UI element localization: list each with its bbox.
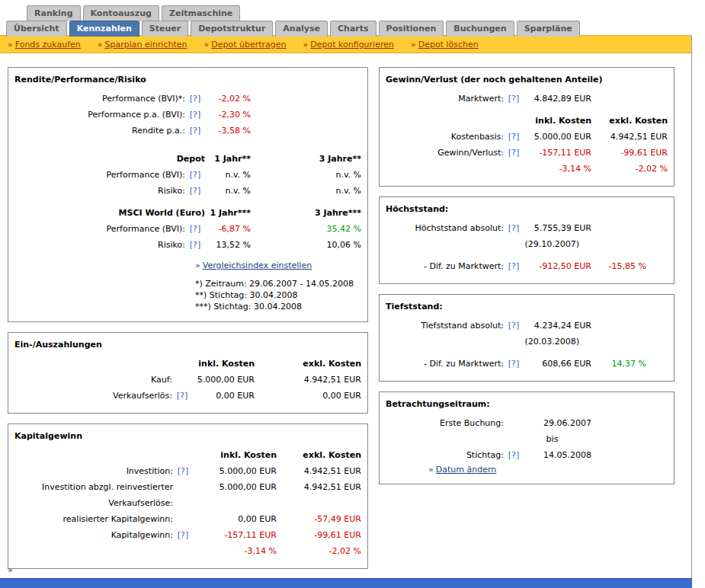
capital-row: Kapitalgewinn: [?] -157,11 EUR -99,61 EU… [14,527,361,543]
depot-table-header: Depot 1 Jahr** 3 Jahre** [14,151,361,167]
tab-zeitmaschine[interactable]: Zeitmaschine [162,5,240,21]
high-abs-row: Höchststand absolut: [?] 5.755,39 EUR [386,220,668,236]
low-dif-row: - Dif. zu Marktwert: [?] 608,66 EUR 14,3… [386,356,668,372]
link-sparplan-einrichten[interactable]: »Sparplan einrichten [98,40,187,50]
help-icon[interactable]: [?] [177,391,187,401]
period-box: Betrachtungseitraum: Erste Buchung: 29.0… [379,391,675,484]
perf-row: Rendite p.a.: [?] -3,58 % [14,123,361,139]
high-dif-row: - Dif. zu Marktwert: [?] -912,50 EUR -15… [386,258,668,274]
content-right-border [691,35,692,579]
gainloss-box: Gewinn/Verlust (der noch gehaltenen Ante… [379,67,675,187]
high-box: Höchststand: Höchststand absolut: [?] 5.… [379,197,675,284]
help-icon[interactable]: [?] [190,186,200,196]
stichtag-row: Stichtag: [?] 14.05.2008 [386,447,668,463]
help-icon[interactable]: [?] [508,132,519,142]
box-title: Ein-/Auszahlungen [14,340,361,350]
bis-row: bis [386,431,668,447]
help-icon[interactable]: [?] [508,261,519,271]
capital-box: Kapitalgewinn inkl. Kosten exkl. Kosten … [8,423,368,569]
tab-positionen[interactable]: Positionen [379,21,444,37]
help-icon[interactable]: [?] [508,359,519,369]
marktwert-row: Marktwert: [?] 4.842,89 EUR [386,91,668,107]
depot-table-row: Risiko: [?] n.v. % n.v. % [14,183,361,199]
help-icon[interactable]: [?] [508,223,519,233]
box-title: Gewinn/Verlust (der noch gehaltenen Ante… [386,75,668,85]
help-icon[interactable]: [?] [508,94,519,104]
right-column: Gewinn/Verlust (der noch gehaltenen Ante… [379,67,675,494]
help-icon[interactable]: [?] [508,148,519,158]
capital-row: Investition abzgl. reinvestierter Verkau… [14,479,361,511]
action-toolbar: »Fonds zukaufen »Sparplan einrichten »De… [0,35,692,53]
capital-row: Investition: [?] 5.000,00 EUR 4.942,51 E… [14,463,361,479]
link-vergleichsindex[interactable]: »Vergleichsindex einstellen [195,260,312,270]
low-abs-row: Tiefststand absolut: [?] 4.234,24 EUR [386,318,668,334]
box-title: Rendite/Performance/Risiko [14,75,361,85]
page: Ranking Kontoauszug Zeitmaschine Übersic… [0,0,705,588]
help-icon[interactable]: [?] [190,240,200,250]
footnote: *) Zeitraum: 29.06.2007 - 14.05.2008 [195,278,361,289]
link-depot-konfigurieren[interactable]: »Depot konfigurieren [303,40,394,50]
msci-table-row: Risiko: [?] 13,52 % 10,06 % [14,237,361,253]
chevron-bullet-icon: » [98,40,103,50]
first-booking-row: Erste Buchung: 29.06.2007 [386,415,668,431]
help-icon[interactable]: [?] [178,466,188,476]
footer-chevron-link[interactable]: » [8,565,13,575]
help-icon[interactable]: [?] [178,530,188,540]
capital-percent-row: -3,14 % -2,02 % [14,543,361,559]
tab-buchungen[interactable]: Buchungen [446,21,514,37]
msci-table-row: Performance (BVI): [?] -6,87 % 35,42 % [14,221,361,237]
help-icon[interactable]: [?] [508,450,519,460]
help-icon[interactable]: [?] [190,126,200,136]
footnote: ***) Stichtag: 30.04.2008 [195,301,361,312]
chevron-bullet-icon: » [428,465,434,475]
tab-steuer[interactable]: Steuer [142,21,188,37]
perf-row: Performance (BVI)*: [?] -2,02 % [14,91,361,107]
tab-depotstruktur[interactable]: Depotstruktur [191,21,273,37]
high-date-row: (29.10.2007) [386,236,668,252]
low-date-row: (20.03.2008) [386,334,668,350]
box-title: Höchststand: [386,204,668,214]
depot-table-row: Performance (BVI): [?] n.v. % n.v. % [14,167,361,183]
gainloss-percent-row: -3,14 % -2,02 % [386,161,668,177]
help-icon[interactable]: [?] [190,170,200,180]
col-headers: inkl. Kosten exkl. Kosten [386,113,668,129]
col-headers: inkl. Kosten exkl. Kosten [14,356,361,372]
chevron-bullet-icon: » [303,40,309,50]
help-icon[interactable]: [?] [508,321,519,331]
perf-row: Performance p.a. (BVI): [?] -2,30 % [14,107,361,123]
tab-uebersicht[interactable]: Übersicht [6,21,67,37]
payments-row: Verkaufserlös: [?] 0,00 EUR 0,00 EUR [14,388,361,404]
chevron-bullet-icon: » [203,40,209,50]
tab-kennzahlen[interactable]: Kennzahlen [69,21,139,37]
low-box: Tiefststand: Tiefststand absolut: [?] 4.… [379,294,675,382]
tab-ranking[interactable]: Ranking [27,5,81,21]
chevron-bullet-icon: » [8,40,13,50]
chevron-bullet-icon: » [195,260,200,270]
col-headers: inkl. Kosten exkl. Kosten [14,447,361,463]
box-title: Betrachtungseitraum: [386,399,668,409]
capital-row: realisierter Kapitalgewinn: 0,00 EUR -57… [14,511,361,527]
gainloss-row: Kostenbasis: [?] 5.000,00 EUR 4.942,51 E… [386,129,668,145]
performance-box: Rendite/Performance/Risiko Performance (… [8,67,368,322]
link-fonds-zukaufen[interactable]: »Fonds zukaufen [8,40,81,50]
msci-table-header: MSCI World (Euro) 1 Jahr*** 3 Jahre*** [14,205,361,221]
box-title: Tiefststand: [386,302,668,312]
footnote: **) Stichtag: 30.04.2008 [195,289,361,301]
chevron-bullet-icon: » [411,40,416,50]
help-icon[interactable]: [?] [190,224,200,234]
link-depot-uebertragen[interactable]: »Depot übertragen [203,40,286,50]
help-icon[interactable]: [?] [190,110,200,120]
tab-row-primary: Übersicht Kennzahlen Steuer Depotstruktu… [6,21,580,37]
tab-sparplaene[interactable]: Sparpläne [517,21,580,37]
help-icon[interactable]: [?] [190,94,200,104]
payments-box: Ein-/Auszahlungen inkl. Kosten exkl. Kos… [8,332,368,414]
footnotes: *) Zeitraum: 29.06.2007 - 14.05.2008 **)… [195,278,361,312]
link-datum-aendern[interactable]: »Datum ändern [428,465,496,475]
tab-kontoauszug[interactable]: Kontoauszug [83,5,159,21]
tab-analyse[interactable]: Analyse [275,21,328,37]
link-depot-loeschen[interactable]: »Depot löschen [411,40,479,50]
tab-charts[interactable]: Charts [330,21,377,37]
gainloss-row: Gewinn/Verlust: [?] -157,11 EUR -99,61 E… [386,145,668,161]
payments-row: Kauf: 5.000,00 EUR 4.942,51 EUR [14,372,361,388]
tab-row-secondary: Ranking Kontoauszug Zeitmaschine [27,5,240,21]
